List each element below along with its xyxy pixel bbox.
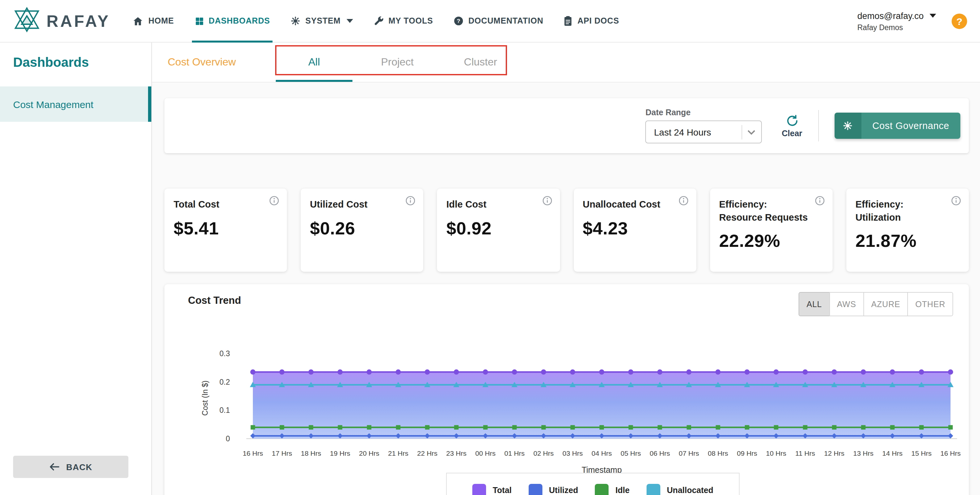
back-arrow-icon [49,462,60,471]
svg-text:0.1: 0.1 [220,406,230,414]
provider-filter-azure[interactable]: AZURE [863,292,908,316]
cost-trend-chart: 00.10.20.3Cost (In $)16 Hrs17 Hrs18 Hrs1… [164,327,961,481]
date-range-label: Date Range [646,108,762,117]
cost-trend-card: Cost Trend ALLAWSAZUREOTHER 00.10.20.3Co… [164,284,969,495]
stat-card-unallocated-cost: Unallocated Cost$4.23 [574,189,696,272]
tab-project[interactable]: Project [356,43,439,82]
svg-text:00 Hrs: 00 Hrs [475,449,496,457]
brand-name: RAFAY [46,11,110,30]
stat-label: Total Cost [173,198,278,211]
help-icon[interactable]: ? [951,12,968,30]
top-navbar: RAFAY HOMEDASHBOARDSSYSTEMMY TOOLS?DOCUM… [0,0,980,43]
stat-card-efficiency-resource-requests: Efficiency: Resource Requests22.29% [710,189,832,272]
legend-label: Utilized [549,486,578,495]
nav-item-dashboards[interactable]: DASHBOARDS [194,0,270,42]
date-range-select[interactable]: Last 24 Hours [646,121,762,143]
stat-value: $0.92 [446,218,550,239]
legend-chip-idle [595,484,609,495]
user-menu[interactable]: demos@rafay.co Rafay Demos [858,11,936,31]
legend-item-unallocated: Unallocated [647,484,713,495]
info-icon[interactable] [269,196,279,206]
chevron-down-icon [748,129,756,135]
info-icon[interactable] [815,196,825,206]
legend-label: Unallocated [667,486,713,495]
stat-value: 21.87% [856,231,960,251]
provider-filter-aws[interactable]: AWS [829,292,864,316]
svg-text:21 Hrs: 21 Hrs [388,449,409,457]
svg-text:0: 0 [226,435,230,443]
tab-all[interactable]: All [272,43,356,82]
clear-filter-button[interactable]: Clear [782,114,802,138]
nav-item-label: MY TOOLS [388,16,433,25]
nav-item-label: SYSTEM [305,16,340,25]
question-circle-icon: ? [453,16,464,26]
legend-item-idle: Idle [595,484,630,495]
svg-text:22 Hrs: 22 Hrs [417,449,438,457]
info-icon[interactable] [542,196,552,206]
info-icon[interactable] [406,196,416,206]
nav-item-label: API DOCS [578,16,619,25]
date-range-group: Date Range Last 24 Hours [646,108,762,143]
svg-text:04 Hrs: 04 Hrs [592,449,612,457]
svg-text:01 Hrs: 01 Hrs [504,449,525,457]
cost-trend-title: Cost Trend [188,295,241,306]
sidebar: Dashboards Cost Management BACK [0,43,152,495]
svg-text:14 Hrs: 14 Hrs [882,449,903,457]
nav-item-system[interactable]: SYSTEM [290,0,353,42]
back-label: BACK [66,462,92,472]
provider-filter-other[interactable]: OTHER [908,292,953,316]
sidebar-title: Dashboards [0,43,151,86]
svg-text:03 Hrs: 03 Hrs [562,449,583,457]
svg-text:18 Hrs: 18 Hrs [301,449,321,457]
svg-text:12 Hrs: 12 Hrs [824,449,845,457]
info-icon[interactable] [678,196,688,206]
back-button[interactable]: BACK [13,456,128,478]
rafay-logo-icon [13,6,41,36]
legend-item-utilized: Utilized [529,484,578,495]
filter-card: Date Range Last 24 Hours Clear [164,98,969,153]
nav-item-label: HOME [148,16,174,25]
tab-bar: Cost Overview AllProjectCluster [152,43,980,82]
divider [742,125,743,139]
body-row: Dashboards Cost Management BACK Cost Ove… [0,43,980,495]
tab-cluster[interactable]: Cluster [439,43,522,82]
svg-text:20 Hrs: 20 Hrs [359,449,379,457]
svg-text:?: ? [457,17,460,24]
clear-icon [785,114,799,127]
info-icon[interactable] [951,196,961,206]
stat-card-total-cost: Total Cost$5.41 [164,189,287,272]
legend-item-total: Total [473,484,512,495]
svg-text:0.3: 0.3 [220,349,230,358]
stats-row: Total Cost$5.41Utilized Cost$0.26Idle Co… [164,189,969,272]
svg-text:?: ? [956,16,963,27]
stat-label: Idle Cost [446,198,550,211]
caret-down-icon [929,14,936,17]
nav-item-api-docs[interactable]: API DOCS [564,0,619,42]
svg-text:16 Hrs: 16 Hrs [940,449,961,457]
stat-label: Unallocated Cost [583,198,687,211]
sidebar-item-cost-management[interactable]: Cost Management [0,86,151,122]
rafay-dashboard-app: RAFAY HOMEDASHBOARDSSYSTEMMY TOOLS?DOCUM… [0,0,980,495]
rafay-brand[interactable]: RAFAY [13,6,110,36]
content-area: Date Range Last 24 Hours Clear [152,82,980,495]
stat-value: $0.26 [310,218,414,239]
stat-card-idle-cost: Idle Cost$0.92 [437,189,560,272]
nav-item-my-tools[interactable]: MY TOOLS [373,0,433,42]
svg-text:07 Hrs: 07 Hrs [679,449,699,457]
svg-text:11 Hrs: 11 Hrs [795,449,815,457]
nav-item-home[interactable]: HOME [133,0,174,42]
section-label-cost-overview[interactable]: Cost Overview [168,56,236,68]
gear-icon [834,113,861,139]
cost-governance-button[interactable]: Cost Governance [834,113,960,139]
nav-item-documentation[interactable]: ?DOCUMENTATION [453,0,543,42]
stat-card-utilized-cost: Utilized Cost$0.26 [301,189,423,272]
svg-text:10 Hrs: 10 Hrs [766,449,786,457]
provider-filter-all[interactable]: ALL [799,292,830,316]
svg-text:Cost (In $): Cost (In $) [201,381,209,416]
clipboard-icon [564,16,573,26]
caret-down-icon [347,19,353,23]
legend-chip-total [473,484,486,495]
stat-value: 22.29% [719,231,823,251]
cost-governance-label: Cost Governance [861,113,960,139]
legend-label: Idle [616,486,630,495]
